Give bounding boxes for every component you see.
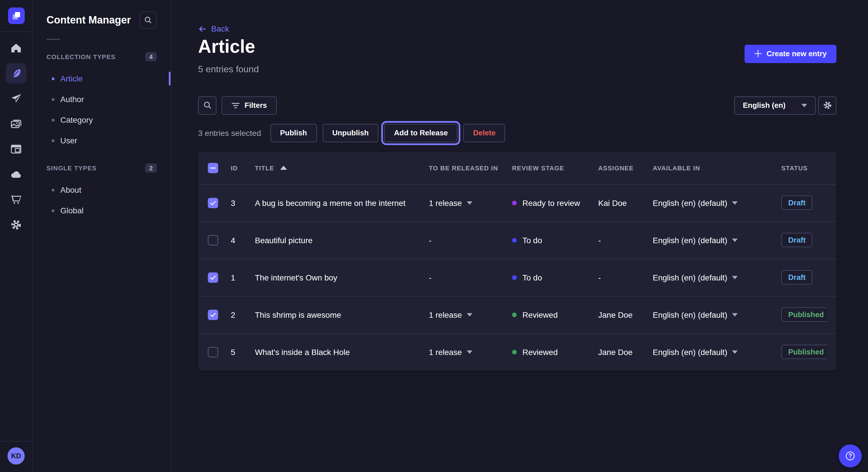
back-link[interactable]: Back <box>198 24 229 33</box>
table-row[interactable]: 1 The internet's Own boy - To do - Engli… <box>198 258 836 296</box>
stage-dot-icon <box>512 312 517 317</box>
subnav-item-about[interactable]: About <box>33 179 170 200</box>
app-window: KD Content Manager COLLECTION TYPES 4 Ar… <box>0 0 868 472</box>
section-label: SINGLE TYPES <box>46 165 97 171</box>
content-manager-feather-icon[interactable] <box>0 61 32 86</box>
subnav-section: SINGLE TYPES 2 About Global <box>33 159 170 224</box>
column-header-review-stage: REVIEW STAGE <box>512 164 598 171</box>
releases-paper-plane-icon[interactable] <box>0 86 32 111</box>
plus-icon <box>754 50 762 57</box>
column-header-status: STATUS <box>781 164 827 171</box>
subnav-item-category[interactable]: Category <box>33 109 170 130</box>
chevron-down-icon <box>466 350 472 353</box>
subnav-item-global[interactable]: Global <box>33 200 170 221</box>
strapi-logo-icon <box>8 7 24 24</box>
stage-dot-icon <box>512 200 517 205</box>
bullet-icon <box>52 77 55 80</box>
cell-assignee: Jane Doe <box>598 347 653 357</box>
view-settings-button[interactable] <box>818 96 836 114</box>
add-to-release-button[interactable]: Add to Release <box>384 124 458 142</box>
check-icon <box>210 311 216 318</box>
cell-released-in[interactable]: 1 release <box>429 347 512 357</box>
cell-released-in[interactable]: - <box>429 273 512 282</box>
cell-assignee: Jane Doe <box>598 310 653 319</box>
status-badge: Draft <box>781 270 813 284</box>
settings-gear-icon[interactable] <box>0 212 32 237</box>
media-library-images-icon[interactable] <box>0 111 32 136</box>
filters-button[interactable]: Filters <box>222 96 277 114</box>
cell-title: This shrimp is awesome <box>255 310 429 319</box>
cell-review-stage: To do <box>512 235 598 245</box>
status-badge: Draft <box>781 233 813 247</box>
cell-available-in[interactable]: English (en) (default) <box>653 347 781 357</box>
content-type-builder-layout-icon[interactable] <box>0 136 32 162</box>
row-checkbox[interactable] <box>208 347 218 357</box>
locale-select[interactable]: English (en) <box>734 96 816 114</box>
subnav-search-button[interactable] <box>140 11 157 29</box>
chevron-down-icon <box>732 276 738 279</box>
cell-id: 4 <box>231 235 255 245</box>
status-badge: Published <box>781 307 827 322</box>
row-checkbox[interactable] <box>208 198 218 208</box>
home-icon[interactable] <box>0 36 32 61</box>
delete-button[interactable]: Delete <box>463 124 505 142</box>
column-header-title[interactable]: TITLE <box>255 164 429 171</box>
cell-title: Beautiful picture <box>255 235 429 245</box>
table-row[interactable]: 5 What's inside a Black Hole 1 release R… <box>198 333 836 370</box>
cell-released-in[interactable]: - <box>429 235 512 245</box>
cell-available-in[interactable]: English (en) (default) <box>653 198 781 207</box>
bullet-icon <box>52 119 55 121</box>
user-avatar[interactable]: KD <box>7 447 25 465</box>
cell-review-stage: To do <box>512 273 598 282</box>
table-row[interactable]: 4 Beautiful picture - To do - English (e… <box>198 221 836 258</box>
table-row[interactable]: 2 This shrimp is awesome 1 release Revie… <box>198 296 836 333</box>
stage-dot-icon <box>512 349 517 354</box>
cell-review-stage: Ready to review <box>512 198 598 207</box>
deploy-cloud-icon[interactable] <box>0 162 32 187</box>
subnav-sections: COLLECTION TYPES 4 Article Author Catego… <box>33 47 170 224</box>
chevron-down-icon <box>732 238 738 242</box>
selected-count: 3 entries selected <box>198 128 261 137</box>
cell-available-in[interactable]: English (en) (default) <box>653 235 781 245</box>
arrow-left-icon <box>198 24 207 33</box>
filter-icon <box>231 102 240 109</box>
chevron-down-icon <box>466 313 472 316</box>
cell-available-in[interactable]: English (en) (default) <box>653 310 781 319</box>
cell-title: The internet's Own boy <box>255 273 429 282</box>
status-badge: Published <box>781 345 827 359</box>
check-icon <box>210 199 216 206</box>
subnav-item-user[interactable]: User <box>33 130 170 151</box>
subnav-section: COLLECTION TYPES 4 Article Author Catego… <box>33 47 170 154</box>
sort-ascending-icon <box>280 166 287 170</box>
section-count-badge: 4 <box>145 52 157 61</box>
table-header-row: ID TITLE TO BE RELEASED IN REVIEW STAGE … <box>198 152 836 184</box>
publish-button[interactable]: Publish <box>270 124 317 142</box>
cell-available-in[interactable]: English (en) (default) <box>653 273 781 282</box>
row-checkbox[interactable] <box>208 272 218 282</box>
row-checkbox[interactable] <box>208 235 218 245</box>
strapi-logo[interactable] <box>0 0 32 32</box>
gear-icon <box>823 100 832 110</box>
help-button[interactable] <box>839 444 862 467</box>
bullet-icon <box>52 189 55 191</box>
main-nav-rail: KD <box>0 0 33 472</box>
section-count-badge: 2 <box>145 164 157 173</box>
column-header-available-in: AVAILABLE IN <box>653 164 781 171</box>
row-checkbox[interactable] <box>208 309 218 320</box>
active-indicator <box>169 72 170 86</box>
create-new-entry-button[interactable]: Create new entry <box>745 44 836 63</box>
cell-released-in[interactable]: 1 release <box>429 310 512 319</box>
select-all-checkbox[interactable] <box>208 163 218 173</box>
subnav-item-article[interactable]: Article <box>33 68 170 89</box>
unpublish-button[interactable]: Unpublish <box>322 124 378 142</box>
cell-released-in[interactable]: 1 release <box>429 198 512 207</box>
cell-title: What's inside a Black Hole <box>255 347 429 357</box>
cell-assignee: Kai Doe <box>598 198 653 207</box>
cell-id: 1 <box>231 273 255 282</box>
table-row[interactable]: 3 A bug is becoming a meme on the intern… <box>198 184 836 221</box>
bulk-actions-bar: 3 entries selected Publish Unpublish Add… <box>198 124 836 142</box>
marketplace-cart-icon[interactable] <box>0 187 32 212</box>
column-header-id[interactable]: ID <box>231 164 255 171</box>
subnav-item-author[interactable]: Author <box>33 89 170 109</box>
search-button[interactable] <box>198 96 216 114</box>
